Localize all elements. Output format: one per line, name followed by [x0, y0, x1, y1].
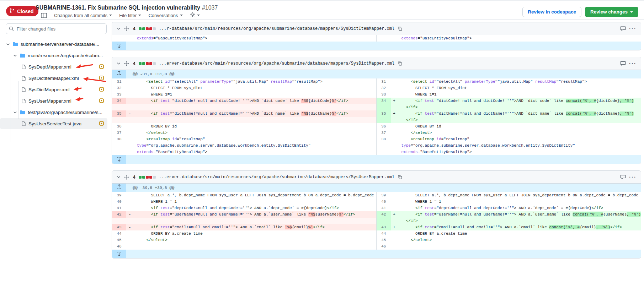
line-number-right[interactable]: 40: [377, 198, 391, 205]
line-number-left[interactable]: 45: [112, 237, 126, 243]
line-number-left[interactable]: 39: [112, 192, 126, 198]
drag-handle-icon[interactable]: [124, 175, 129, 180]
line-number-left[interactable]: 34: [112, 98, 126, 104]
file-filter-dropdown[interactable]: File filter: [119, 13, 141, 18]
chevron-down-icon[interactable]: [6, 42, 10, 47]
line-number-right[interactable]: [377, 142, 391, 149]
line-number-right[interactable]: 35: [377, 110, 391, 117]
line-number-right[interactable]: 36: [377, 123, 391, 130]
line-number-right[interactable]: [377, 218, 391, 224]
line-number-right[interactable]: [377, 149, 391, 155]
code-right: ORDER BY a.create_time: [398, 230, 641, 237]
line-number-left[interactable]: 44: [112, 230, 126, 237]
chevron-down-icon[interactable]: [116, 26, 121, 31]
line-number-right[interactable]: 42: [377, 211, 391, 218]
diffstat-block: [149, 176, 152, 179]
tree-folder-submarine-server-server-database-[interactable]: submarine-server/server-database/...: [0, 38, 107, 50]
line-number-left[interactable]: [112, 149, 126, 155]
kebab-menu-icon[interactable]: ···: [629, 174, 637, 180]
drag-handle-icon[interactable]: [124, 26, 129, 31]
line-number-left[interactable]: 32: [112, 85, 126, 91]
code-right: </if>: [398, 218, 641, 224]
line-number-right[interactable]: 37: [377, 130, 391, 136]
diff-sign-left: [126, 192, 133, 198]
expand-hunk-cell[interactable]: [112, 70, 126, 78]
line-number-left[interactable]: 40: [112, 198, 126, 205]
line-number-left[interactable]: [112, 218, 126, 224]
changes-from-dropdown[interactable]: Changes from all commits: [54, 13, 112, 18]
diff-sign-right: [391, 136, 398, 142]
comment-icon[interactable]: [620, 174, 626, 180]
expand-down-button[interactable]: [112, 155, 126, 164]
line-number-right[interactable]: 31: [377, 78, 391, 85]
line-number-right[interactable]: 45: [377, 237, 391, 243]
line-number-left[interactable]: 46: [112, 243, 126, 250]
line-number-left[interactable]: 42: [112, 211, 126, 218]
line-number-right[interactable]: 41: [377, 205, 391, 211]
code-left: SELECT * FROM sys_dict: [133, 85, 377, 91]
copy-icon[interactable]: [398, 61, 402, 66]
expand-hunk-cell[interactable]: [112, 184, 126, 192]
line-number-right[interactable]: 46: [377, 243, 391, 250]
copy-icon[interactable]: [398, 26, 402, 31]
line-number-left[interactable]: 36: [112, 123, 126, 130]
line-number-right[interactable]: 39: [377, 192, 391, 198]
chevron-down-icon[interactable]: [13, 110, 17, 115]
line-number-right[interactable]: 44: [377, 230, 391, 237]
line-number-left[interactable]: 41: [112, 205, 126, 211]
line-number-left[interactable]: 33: [112, 91, 126, 98]
diffstat-block: [153, 176, 156, 179]
sidebar-toggle-icon[interactable]: [41, 13, 47, 18]
tree-file-sysuserservicetest-java[interactable]: SysUserServiceTest.java: [0, 118, 107, 129]
tree-file-sysdictmapper-xml[interactable]: SysDictMapper.xml: [0, 84, 107, 95]
kebab-menu-icon[interactable]: ···: [629, 60, 637, 66]
chevron-down-icon[interactable]: [116, 175, 121, 179]
folder-label: submarine-server/server-database/...: [21, 42, 99, 47]
tree-file-sysdictitemmapper-xml[interactable]: SysDictItemMapper.xml: [0, 72, 107, 84]
line-number-left[interactable]: 35: [112, 110, 126, 117]
diff-settings-dropdown[interactable]: [190, 12, 200, 18]
tree-folder-main-resources-org-apache-subm-[interactable]: main/resources/org/apache/subm...: [0, 50, 107, 61]
line-number-right[interactable]: [377, 117, 391, 123]
line-number-right[interactable]: [377, 35, 391, 42]
line-number-left[interactable]: [112, 104, 126, 110]
diff-line-row: extends="BaseEntityResultMap">extends="B…: [112, 149, 641, 155]
file-filter-label: File filter: [119, 13, 137, 18]
kebab-menu-icon[interactable]: ···: [629, 26, 637, 32]
line-number-right[interactable]: 33: [377, 91, 391, 98]
copy-icon[interactable]: [398, 175, 402, 179]
line-number-left[interactable]: [112, 117, 126, 123]
conversations-dropdown[interactable]: Conversations: [148, 13, 182, 18]
code-left: ORDER BY id: [133, 123, 377, 130]
diff-line-row: </if>: [112, 104, 641, 110]
diff-line-row: 45 </select>45 </select>: [112, 237, 641, 243]
diff-line-row: 41 <if test="deptCode!=null and deptCode…: [112, 205, 641, 211]
line-number-left[interactable]: 43: [112, 224, 126, 230]
review-in-codespace-button[interactable]: Review in codespace: [522, 7, 581, 17]
chevron-down-icon[interactable]: [13, 53, 17, 58]
tree-file-sysusermapper-xml[interactable]: SysUserMapper.xml: [0, 95, 107, 107]
line-number-right[interactable]: 43: [377, 224, 391, 230]
tree-folder-test-java-org-apache-submarine-s-[interactable]: test/java/org/apache/submarine/s...: [0, 107, 107, 118]
line-number-left[interactable]: 37: [112, 130, 126, 136]
line-number-left[interactable]: 31: [112, 78, 126, 85]
filter-changed-files-input[interactable]: [6, 23, 107, 34]
line-number-left[interactable]: 38: [112, 136, 126, 142]
diff-table: extends="BaseEntityResultMap">extends="B…: [112, 35, 641, 42]
chevron-down-icon[interactable]: [116, 61, 121, 66]
code-left: [133, 243, 377, 250]
line-number-right[interactable]: [377, 104, 391, 110]
expand-down-button[interactable]: [112, 250, 126, 258]
line-number-right[interactable]: 38: [377, 136, 391, 142]
line-number-right[interactable]: 32: [377, 85, 391, 91]
expand-down-button[interactable]: [112, 42, 126, 50]
review-changes-button[interactable]: Review changes: [585, 7, 638, 17]
comment-icon[interactable]: [620, 61, 626, 66]
comment-icon[interactable]: [620, 26, 626, 31]
line-number-right[interactable]: 34: [377, 98, 391, 104]
diffstat-block: [142, 176, 145, 179]
drag-handle-icon[interactable]: [124, 61, 129, 66]
line-number-left[interactable]: [112, 142, 126, 149]
line-number-left[interactable]: [112, 35, 126, 42]
tree-file-sysdeptmapper-xml[interactable]: SysDeptMapper.xml: [0, 61, 107, 72]
